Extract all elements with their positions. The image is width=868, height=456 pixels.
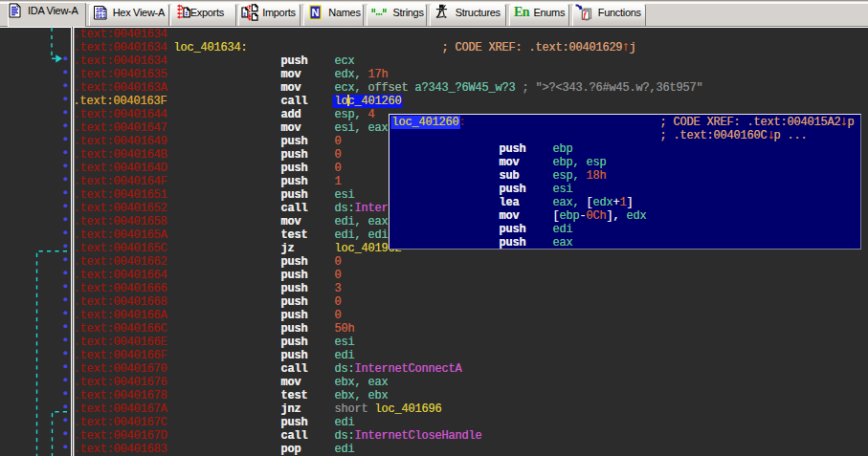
svg-text:N: N <box>311 7 319 18</box>
svg-text:011: 011 <box>95 12 105 20</box>
